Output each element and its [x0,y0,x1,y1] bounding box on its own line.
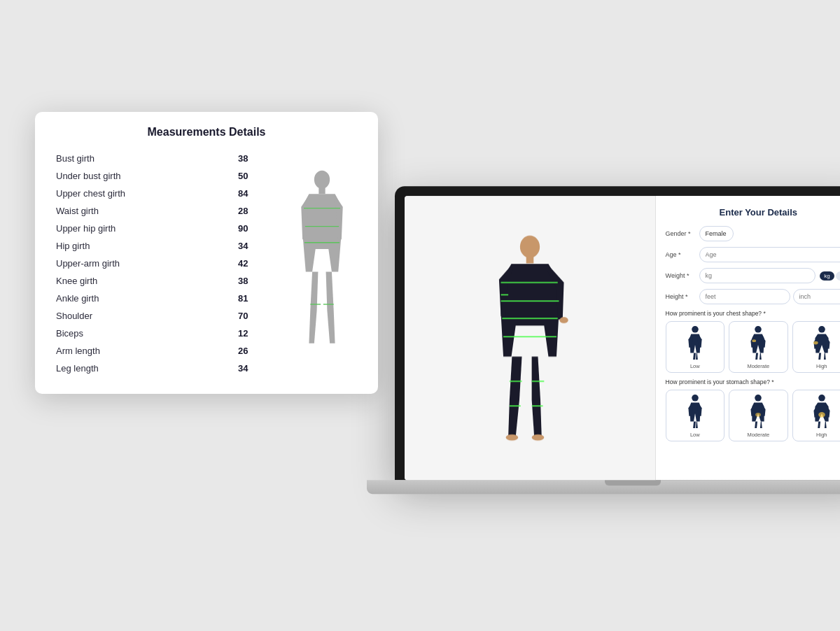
stomach-low-option[interactable]: Low [666,390,724,441]
measurement-row: Waist girth 28 [56,202,266,220]
measurement-name: Under bust girth [56,171,238,181]
measurement-name: Upper-arm girth [56,258,238,269]
stomach-low-figure [685,395,705,430]
measurements-card: Measurements Details Bust girth 38 Under… [35,112,378,394]
measurement-name: Arm length [56,346,238,356]
3d-figure [488,233,572,443]
svg-point-6 [559,317,568,323]
svg-point-0 [314,171,330,189]
age-input[interactable] [699,247,840,262]
weight-kg-button[interactable]: kg [820,271,834,281]
measurement-row: Knee girth 38 [56,272,266,290]
app-left-panel [405,196,656,480]
measurement-name: Shoulder [56,311,238,321]
form-title: Enter Your Details [666,207,840,218]
weight-unit-toggle: kg lbs [820,271,840,281]
app-right-panel: Enter Your Details Gender * Female Male … [656,196,840,480]
weight-input[interactable] [699,268,816,283]
svg-point-25 [818,412,825,418]
measurements-list: Bust girth 38 Under bust girth 50 Upper … [56,150,266,377]
measurement-name: Hip girth [56,241,238,251]
stomach-high-figure [812,395,832,430]
svg-point-22 [755,395,762,402]
weight-row: Weight * kg lbs [666,268,840,283]
gender-select-wrapper[interactable]: Female Male [699,226,840,241]
measurement-name: Waist girth [56,206,238,216]
measurement-name: Upper chest girth [56,188,238,199]
measurement-row: Leg length 34 [56,360,266,377]
measurement-value: 84 [238,188,266,199]
svg-point-23 [755,413,761,417]
chest-low-option[interactable]: Low [666,321,724,373]
svg-point-5 [531,434,544,441]
measurement-name: Bust girth [56,153,238,164]
height-label: Height * [666,293,695,300]
svg-point-4 [505,434,518,441]
weight-lbs-button[interactable]: lbs [836,271,840,281]
measurement-value: 34 [238,241,266,251]
stomach-moderate-label: Moderate [747,432,769,438]
height-feet-input[interactable] [699,289,790,304]
svg-rect-3 [526,256,534,264]
svg-rect-1 [318,187,325,194]
measurement-value: 70 [238,311,266,321]
gender-label: Gender * [666,230,695,237]
chest-low-label: Low [690,363,700,369]
svg-point-2 [520,236,540,258]
svg-point-18 [752,339,757,342]
measurement-row: Shoulder 70 [56,307,266,325]
measurement-row: Ankle girth 81 [56,290,266,307]
measurement-name: Knee girth [56,276,238,286]
measurement-row: Bust girth 38 [56,150,266,167]
svg-point-21 [692,395,699,402]
card-title: Measurements Details [56,126,357,139]
laptop-container: Enter Your Details Gender * Female Male … [367,186,840,494]
measurements-table: Bust girth 38 Under bust girth 50 Upper … [56,150,266,377]
measurement-value: 28 [238,206,266,216]
measurement-value: 90 [238,223,266,234]
height-inch-input[interactable] [793,289,840,304]
chest-high-label: High [816,363,827,369]
svg-point-19 [818,326,825,333]
svg-point-20 [813,341,818,345]
stomach-question: How prominent is your stomach shape? * [666,378,840,385]
stomach-high-option[interactable]: High [792,390,840,441]
height-row: Height * cms [666,289,840,304]
measurement-name: Ankle girth [56,293,238,304]
chest-question: How prominent is your chest shape? * [666,310,840,317]
figure-area [405,196,655,480]
age-row: Age * [666,247,840,262]
measurement-row: Upper hip girth 90 [56,220,266,237]
gender-select[interactable]: Female Male [699,226,734,241]
laptop-screen-inner: Enter Your Details Gender * Female Male … [405,196,840,480]
age-label: Age * [666,251,695,258]
measurement-name: Leg length [56,363,238,374]
measurement-row: Biceps 12 [56,325,266,342]
svg-point-24 [818,395,825,402]
stomach-moderate-figure [748,395,768,430]
measurement-value: 42 [238,258,266,269]
measurement-name: Upper hip girth [56,223,238,234]
measurement-value: 38 [238,153,266,164]
weight-label: Weight * [666,272,695,279]
measurement-value: 38 [238,276,266,286]
stomach-moderate-option[interactable]: Moderate [729,390,788,441]
measurement-row: Arm length 26 [56,342,266,360]
measurement-value: 34 [238,363,266,374]
chest-moderate-option[interactable]: Moderate [729,321,788,373]
measurement-row: Hip girth 34 [56,237,266,255]
chest-moderate-figure [748,326,768,361]
stomach-shape-options: Low Moderate [666,390,840,441]
laptop-screen: Enter Your Details Gender * Female Male … [395,186,840,480]
svg-point-17 [755,326,762,333]
chest-high-figure [812,326,832,361]
height-inputs [699,289,840,304]
chest-low-figure [685,326,705,361]
measurement-row: Under bust girth 50 [56,167,266,185]
measurement-value: 81 [238,293,266,304]
chest-high-option[interactable]: High [792,321,840,373]
body-silhouette-area [287,147,357,371]
measurement-value: 12 [238,328,266,339]
measurement-value: 26 [238,346,266,356]
measurement-name: Biceps [56,328,238,339]
